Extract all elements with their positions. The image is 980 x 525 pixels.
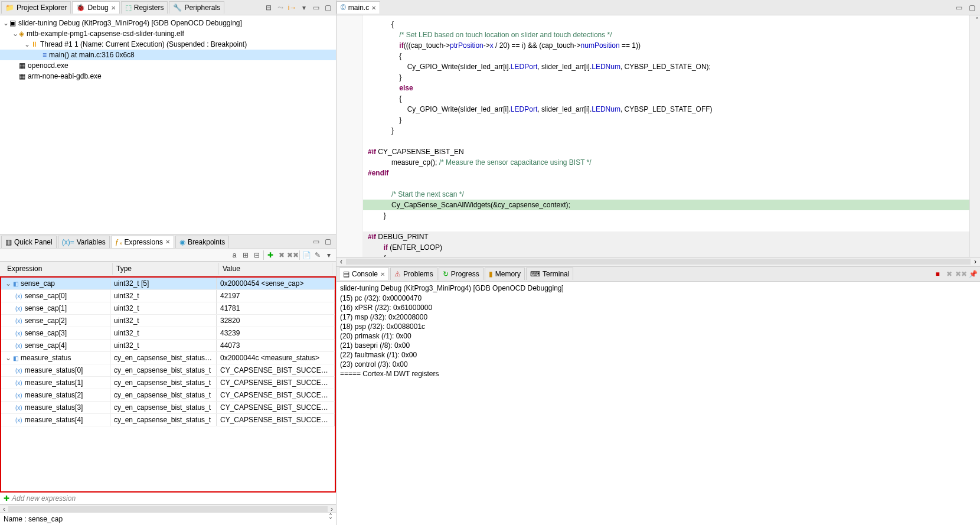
debug-frame[interactable]: ≡ main() at main.c:316 0x6c8 — [0, 50, 336, 60]
value-cell[interactable]: 32820 — [217, 315, 335, 327]
close-icon[interactable]: ✕ — [380, 271, 385, 278]
tab-progress[interactable]: ↻ Progress — [439, 268, 484, 280]
table-row[interactable]: (x)measure_status[4]cy_en_capsense_bist_… — [1, 414, 335, 426]
skip-icon[interactable]: ⤳ — [276, 3, 285, 12]
debug-gdb[interactable]: ▦ arm-none-eabi-gdb.exe — [0, 71, 336, 81]
add-new-expression[interactable]: ✚ Add new expression — [0, 493, 336, 504]
expand-icon[interactable]: ⌄ — [5, 354, 12, 362]
value-cell[interactable]: 44073 — [217, 340, 335, 351]
remove-icon[interactable]: ✖ — [945, 269, 954, 279]
expand-icon[interactable]: ⌄ — [5, 279, 12, 288]
expression-cell[interactable]: (x)measure_status[0] — [1, 364, 110, 376]
table-row[interactable]: (x)sense_cap[4]uint32_t44073 — [1, 340, 335, 352]
maximize-icon[interactable]: ▢ — [323, 237, 332, 246]
col-expression[interactable]: Expression — [4, 263, 113, 275]
editor-hscroll[interactable]: ‹ › — [337, 257, 980, 266]
tab-quick-panel[interactable]: ▥ Quick Panel — [1, 236, 57, 248]
type-icon[interactable]: a — [230, 250, 239, 260]
expression-cell[interactable]: (x)measure_status[1] — [1, 377, 110, 389]
table-row[interactable]: ⌄◧measure_statuscy_en_capsense_bist_stat… — [1, 352, 335, 364]
editor-gutter[interactable] — [337, 15, 363, 257]
value-cell[interactable]: CY_CAPSENSE_BIST_SUCCESS_E — [217, 389, 335, 401]
debug-elf[interactable]: ⌄ ◈ mtb-example-pmg1-capsense-csd-slider… — [0, 28, 336, 39]
tab-breakpoints[interactable]: ◉ Breakpoints — [175, 236, 229, 248]
expression-cell[interactable]: ⌄◧sense_cap — [1, 278, 110, 289]
console-output[interactable]: slider-tuning Debug (KitProg3_MiniProg4)… — [337, 282, 980, 526]
scroll-track[interactable] — [8, 506, 328, 512]
expand-icon[interactable]: ⌄ — [24, 40, 31, 48]
maximize-icon[interactable]: ▢ — [967, 3, 976, 12]
add-icon[interactable]: ✚ — [266, 250, 275, 260]
expand-icon[interactable]: ⌄ — [12, 30, 19, 38]
value-cell[interactable]: CY_CAPSENSE_BIST_SUCCESS_E — [217, 414, 335, 426]
stop-icon[interactable]: ■ — [933, 269, 942, 279]
tab-registers[interactable]: ⬚ Registers — [121, 1, 168, 14]
value-cell[interactable]: 0x20000454 <sense_cap> — [217, 278, 335, 289]
debug-openocd[interactable]: ▦ openocd.exe — [0, 60, 336, 71]
value-cell[interactable]: 41781 — [217, 302, 335, 314]
col-type[interactable]: Type — [113, 263, 219, 275]
expression-cell[interactable]: (x)sense_cap[1] — [1, 302, 110, 314]
remove-all-icon[interactable]: ✖✖ — [956, 269, 966, 279]
expressions-hscroll[interactable]: ‹ › — [0, 504, 336, 513]
value-cell[interactable]: CY_CAPSENSE_BIST_SUCCESS_E — [217, 377, 335, 389]
table-row[interactable]: (x)sense_cap[0]uint32_t42197 — [1, 290, 335, 302]
expression-cell[interactable]: (x)measure_status[4] — [1, 414, 110, 426]
expression-cell[interactable]: (x)sense_cap[2] — [1, 315, 110, 327]
remove-icon[interactable]: ✖ — [277, 250, 286, 260]
table-row[interactable]: (x)measure_status[2]cy_en_capsense_bist_… — [1, 389, 335, 402]
step-icon[interactable]: i→ — [288, 3, 297, 12]
pin-icon[interactable]: 📌 — [968, 269, 978, 279]
table-row[interactable]: (x)sense_cap[3]uint32_t43239 — [1, 327, 335, 340]
tab-debug[interactable]: 🐞 Debug ✕ — [72, 1, 119, 14]
edit-icon[interactable]: ✎ — [313, 250, 322, 260]
scroll-left-icon[interactable]: ‹ — [0, 505, 8, 513]
table-row[interactable]: (x)measure_status[3]cy_en_capsense_bist_… — [1, 402, 335, 414]
expression-cell[interactable]: (x)sense_cap[3] — [1, 327, 110, 339]
debug-thread[interactable]: ⌄ ⏸ Thread #1 1 (Name: Current Execution… — [0, 39, 336, 50]
table-row[interactable]: (x)sense_cap[1]uint32_t41781 — [1, 302, 335, 315]
collapse-icon[interactable]: ⊟ — [264, 3, 273, 12]
maximize-icon[interactable]: ▢ — [323, 3, 332, 12]
close-icon[interactable]: ✕ — [165, 239, 170, 245]
expressions-table[interactable]: ⌄◧sense_capuint32_t [5]0x20000454 <sense… — [0, 276, 336, 493]
tab-main-c[interactable]: © main.c ✕ — [337, 1, 380, 14]
minimize-icon[interactable]: ▭ — [311, 237, 321, 246]
code-area[interactable]: { /* Set LED based on touch location on … — [363, 15, 969, 257]
tree-icon[interactable]: ⊞ — [241, 250, 250, 260]
debug-tree[interactable]: ⌄ ▣ slider-tuning Debug (KitProg3_MiniPr… — [0, 15, 336, 234]
tab-console[interactable]: ▤ Console ✕ — [339, 268, 389, 280]
code-editor[interactable]: { /* Set LED based on touch location on … — [337, 15, 980, 257]
expression-cell[interactable]: (x)sense_cap[4] — [1, 340, 110, 351]
scroll-right-icon[interactable]: › — [971, 257, 980, 266]
minimize-icon[interactable]: ▭ — [954, 3, 963, 12]
scroll-left-icon[interactable]: ‹ — [337, 257, 346, 266]
expression-cell[interactable]: (x)measure_status[3] — [1, 402, 110, 413]
table-row[interactable]: (x)sense_cap[2]uint32_t32820 — [1, 315, 335, 327]
close-icon[interactable]: ✕ — [111, 5, 116, 11]
value-cell[interactable]: 43239 — [217, 327, 335, 339]
detail-vscroll[interactable]: ˄˅ — [329, 515, 332, 523]
new-icon[interactable]: 📄 — [302, 250, 311, 260]
menu-icon[interactable]: ▾ — [299, 3, 309, 12]
tab-terminal[interactable]: ⌨ Terminal — [526, 268, 573, 280]
value-cell[interactable]: CY_CAPSENSE_BIST_SUCCESS_E — [217, 402, 335, 413]
overview-ruler[interactable]: ˄ — [969, 15, 980, 257]
expression-cell[interactable]: (x)measure_status[2] — [1, 389, 110, 401]
minimize-icon[interactable]: ▭ — [311, 3, 321, 12]
col-value[interactable]: Value — [219, 263, 332, 275]
tab-memory[interactable]: ▮ Memory — [485, 268, 525, 280]
expression-cell[interactable]: ⌄◧measure_status — [1, 352, 110, 364]
expression-cell[interactable]: (x)sense_cap[0] — [1, 290, 110, 302]
tab-peripherals[interactable]: 🔧 Peripherals — [169, 1, 224, 14]
tab-expressions[interactable]: ƒₓ Expressions ✕ — [111, 236, 174, 248]
value-cell[interactable]: CY_CAPSENSE_BIST_SUCCESS_E — [217, 364, 335, 376]
scroll-up-icon[interactable]: ˄ — [975, 17, 979, 25]
tab-problems[interactable]: ⚠ Problems — [390, 268, 437, 280]
tab-project-explorer[interactable]: 📁 Project Explorer — [1, 1, 71, 14]
scroll-right-icon[interactable]: › — [328, 505, 336, 513]
table-row[interactable]: (x)measure_status[0]cy_en_capsense_bist_… — [1, 364, 335, 377]
close-icon[interactable]: ✕ — [371, 5, 376, 11]
tab-variables[interactable]: (x)= Variables — [58, 236, 110, 248]
scroll-track[interactable] — [346, 259, 971, 265]
